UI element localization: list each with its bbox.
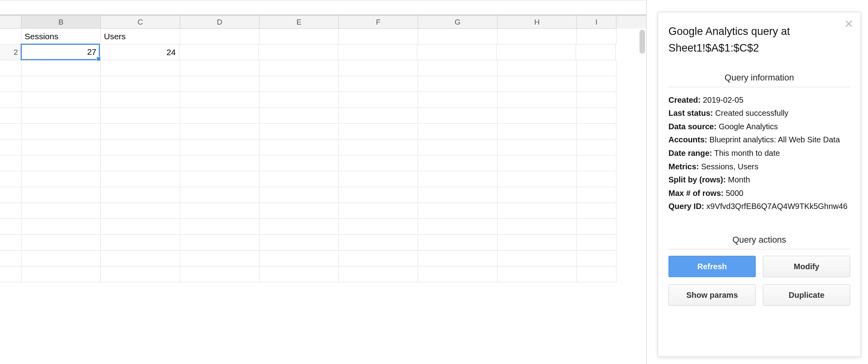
- cell[interactable]: [497, 140, 577, 155]
- cell[interactable]: [259, 203, 339, 219]
- close-icon[interactable]: ✕: [844, 19, 853, 30]
- cell[interactable]: [497, 235, 577, 251]
- cell[interactable]: [180, 219, 259, 235]
- cell[interactable]: [577, 219, 616, 235]
- row-header[interactable]: [0, 266, 21, 282]
- cell[interactable]: [21, 187, 101, 203]
- cell[interactable]: [180, 155, 259, 171]
- cell[interactable]: [497, 108, 577, 124]
- cell[interactable]: [418, 235, 497, 251]
- column-header-g[interactable]: G: [418, 16, 497, 29]
- cell-b2[interactable]: 27: [21, 44, 100, 60]
- cell[interactable]: [418, 140, 497, 155]
- cell[interactable]: [101, 266, 180, 282]
- cell[interactable]: [101, 251, 180, 266]
- cell[interactable]: [339, 251, 418, 266]
- column-header-e[interactable]: E: [259, 16, 339, 29]
- cell[interactable]: [418, 171, 497, 187]
- cell[interactable]: [577, 203, 616, 219]
- column-header-i[interactable]: I: [577, 16, 616, 29]
- cell[interactable]: [21, 171, 101, 187]
- cell[interactable]: [259, 266, 339, 282]
- cell[interactable]: [577, 266, 616, 282]
- row-header[interactable]: [0, 219, 21, 235]
- cell[interactable]: [101, 92, 180, 108]
- modify-button[interactable]: Modify: [763, 256, 850, 277]
- cell[interactable]: [497, 187, 577, 203]
- cell[interactable]: [339, 203, 418, 219]
- cell[interactable]: [418, 187, 497, 203]
- cell[interactable]: [180, 140, 259, 155]
- cell[interactable]: [259, 235, 339, 251]
- cell[interactable]: [180, 92, 259, 108]
- cell-c1[interactable]: Users: [101, 29, 180, 44]
- cell[interactable]: [259, 219, 339, 235]
- cell[interactable]: [418, 60, 497, 76]
- column-header-f[interactable]: F: [339, 16, 418, 29]
- cell[interactable]: [577, 251, 616, 266]
- cell[interactable]: [418, 92, 497, 108]
- cell[interactable]: [101, 203, 180, 219]
- cell[interactable]: [259, 171, 339, 187]
- cell[interactable]: [577, 124, 616, 140]
- row-header[interactable]: [0, 92, 21, 108]
- cell[interactable]: [101, 219, 180, 235]
- row-header[interactable]: [0, 187, 21, 203]
- cell[interactable]: [21, 140, 101, 155]
- row-header[interactable]: [0, 124, 21, 140]
- row-header[interactable]: [0, 108, 21, 124]
- cell[interactable]: [259, 92, 339, 108]
- cell[interactable]: [497, 60, 577, 76]
- cell[interactable]: [180, 171, 259, 187]
- cell[interactable]: [418, 108, 497, 124]
- cell[interactable]: [577, 92, 616, 108]
- cell[interactable]: [21, 251, 101, 266]
- cell[interactable]: [577, 108, 616, 124]
- cell[interactable]: [339, 108, 418, 124]
- cell[interactable]: [339, 60, 418, 76]
- cell-g2[interactable]: [417, 44, 497, 60]
- cell[interactable]: [259, 155, 339, 171]
- cell[interactable]: [101, 76, 180, 92]
- column-header-c[interactable]: C: [101, 16, 180, 29]
- row-header[interactable]: [0, 155, 21, 171]
- cell[interactable]: [21, 235, 101, 251]
- cell[interactable]: [497, 219, 577, 235]
- cell[interactable]: [339, 235, 418, 251]
- cell[interactable]: [339, 266, 418, 282]
- cell[interactable]: [259, 140, 339, 155]
- cell[interactable]: [577, 76, 616, 92]
- cell[interactable]: [577, 171, 616, 187]
- cell[interactable]: [577, 140, 616, 155]
- column-header-b[interactable]: B: [21, 16, 101, 29]
- cell[interactable]: [101, 60, 180, 76]
- cell[interactable]: [339, 124, 418, 140]
- vertical-scrollbar-thumb[interactable]: [639, 30, 645, 54]
- cell[interactable]: [497, 266, 577, 282]
- cell[interactable]: [101, 124, 180, 140]
- cell[interactable]: [339, 140, 418, 155]
- cell[interactable]: [21, 219, 101, 235]
- cell-h1[interactable]: [497, 29, 577, 44]
- cell-f1[interactable]: [339, 29, 418, 44]
- cell-i1[interactable]: [577, 29, 616, 44]
- cell-c2[interactable]: 24: [100, 44, 179, 60]
- row-header[interactable]: [0, 251, 21, 266]
- cell[interactable]: [21, 266, 101, 282]
- cell[interactable]: [497, 92, 577, 108]
- column-header-h[interactable]: H: [497, 16, 577, 29]
- cell[interactable]: [339, 171, 418, 187]
- cell[interactable]: [180, 251, 259, 266]
- cell-b1[interactable]: Sessions: [21, 29, 101, 44]
- cell[interactable]: [259, 251, 339, 266]
- cell[interactable]: [101, 187, 180, 203]
- show-params-button[interactable]: Show params: [668, 284, 756, 306]
- cell[interactable]: [21, 60, 101, 76]
- cell[interactable]: [577, 60, 616, 76]
- cell[interactable]: [418, 76, 497, 92]
- cell-e2[interactable]: [259, 44, 338, 60]
- cell[interactable]: [180, 203, 259, 219]
- cell[interactable]: [339, 92, 418, 108]
- cell[interactable]: [497, 76, 577, 92]
- cell[interactable]: [101, 155, 180, 171]
